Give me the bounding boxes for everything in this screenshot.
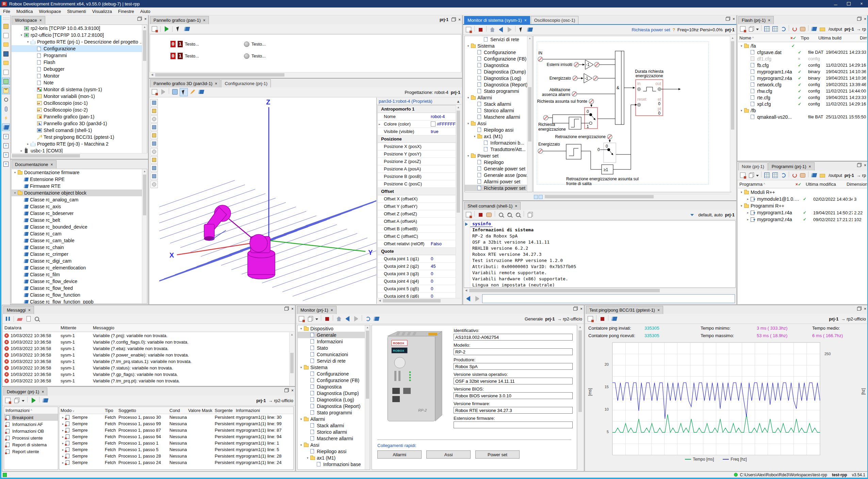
file-row[interactable]: rhw.cfg ✓ config 11/02/2021 14:44:00 [738, 88, 867, 94]
tab-pan1[interactable]: Pannello grafico (pan-1) × [150, 16, 209, 24]
close-icon[interactable]: × [331, 309, 333, 312]
tree-item[interactable]: Trasduttore/Att... [465, 146, 532, 152]
sep[interactable] [27, 397, 28, 402]
expander-icon[interactable]: ▸ [61, 416, 65, 419]
property-row[interactable]: Offset X (offsetX) [378, 195, 456, 203]
tree-item[interactable]: Classe rc_chain [12, 244, 147, 251]
col-sync[interactable]: ×✓ [794, 182, 804, 187]
debug-view-item[interactable]: Processi utente [4, 434, 58, 441]
output-folder-icon[interactable] [819, 171, 826, 179]
fwd-icon[interactable] [352, 315, 360, 323]
tree-item[interactable]: Classe rc_flow_function [12, 292, 147, 298]
tree-item[interactable]: Monitor [12, 72, 147, 79]
tab-programmi[interactable]: Programmi (prj-1) × [768, 162, 815, 170]
shell-console[interactable]: sysinfoInformazioni di sistemaRP-2 da Ro… [464, 220, 736, 288]
col-nome[interactable]: Nome [738, 35, 789, 40]
tree-item[interactable]: ▾ Sistema [465, 43, 532, 49]
tree-item[interactable]: Informazioni b... [465, 139, 532, 146]
sep[interactable] [808, 25, 808, 31]
tree-item[interactable]: Configurazione [12, 45, 147, 52]
property-value[interactable]: Falso [431, 241, 442, 246]
horizontal-scrollbar[interactable]: ◀ [377, 298, 461, 303]
property-row[interactable]: Offset A (offsetA) [378, 218, 456, 225]
layers-icon[interactable] [2, 151, 10, 159]
property-value[interactable]: #FFFFFF [437, 121, 456, 127]
expander-icon[interactable]: ▾ [26, 40, 30, 44]
expander-icon[interactable]: ▾ [739, 109, 744, 112]
tree-item[interactable]: ▾ Assi [298, 442, 370, 448]
col-mask[interactable]: Mask [200, 408, 213, 413]
float-panel-icon[interactable] [137, 17, 141, 21]
debug-view-item[interactable]: Informazioni AF [4, 421, 58, 428]
close-icon[interactable]: × [203, 19, 206, 22]
col-ultima-modifica[interactable]: Ultima modifica [804, 182, 845, 187]
hand-icon[interactable] [799, 171, 806, 179]
tree-item[interactable]: Configurazione [465, 49, 532, 55]
book-icon[interactable] [610, 315, 618, 323]
file-row[interactable]: cfgsave.dat ✓ file DAT 19/04/2021 14:23:… [738, 49, 867, 55]
property-value[interactable]: robot-4 [431, 114, 445, 119]
col-dimensione[interactable]: Dimensione [845, 182, 867, 187]
breakpoint-row[interactable]: ▸ Sempre Fetch Processo 1, passo 30 Ness… [59, 414, 293, 420]
zoom-icon[interactable] [33, 315, 40, 323]
tree-item[interactable]: Classe rc_axis [12, 203, 147, 210]
close-panel-icon[interactable]: × [733, 17, 735, 21]
property-row[interactable]: Quota joint 6 (qj6) 0 [378, 293, 456, 298]
tree-item[interactable]: Classe rc_flow_feed [12, 285, 147, 292]
tree-item[interactable]: Informazioni base [298, 461, 370, 467]
col-sync[interactable]: ×✓ [789, 35, 799, 40]
expander-icon[interactable]: ▾ [299, 417, 304, 421]
pan-icon[interactable] [150, 107, 158, 115]
property-row[interactable]: Quota joint 3 (qj3) 0 [378, 270, 456, 278]
message-row[interactable]: 10/03/2022 10:36:58 sysm-1 Variabile (?.… [3, 345, 290, 352]
tree-item[interactable]: Flash [12, 59, 147, 66]
float-panel-icon[interactable] [726, 17, 730, 21]
expander-icon[interactable]: ▸ [61, 455, 65, 458]
mail-icon[interactable] [2, 87, 10, 94]
sep[interactable] [524, 211, 524, 217]
breakpoint-row[interactable]: ▸ Sempre Fetch Processo 1, passo 94 Ness… [59, 433, 293, 440]
sync-icon[interactable] [780, 25, 787, 33]
tree-item[interactable]: Configurazione [298, 370, 370, 377]
sep[interactable] [474, 26, 475, 32]
message-row[interactable]: 10/03/2022 10:36:58 sysm-1 Variabile (?.… [3, 378, 290, 384]
book-icon[interactable] [526, 26, 534, 33]
book-icon[interactable] [373, 315, 380, 323]
tree-item[interactable]: Generale asse (pow... [465, 172, 532, 178]
connect-icon[interactable] [2, 78, 10, 85]
tree-item[interactable]: Informazioni [298, 338, 370, 345]
tree-item[interactable]: ▸ Progetto RTE (prj-3) - Macchina 2 [12, 141, 147, 147]
play-gray-icon[interactable] [159, 88, 167, 96]
program-row[interactable]: ▾ Programmi R++ [738, 202, 867, 209]
sep[interactable] [333, 315, 333, 321]
tree-item[interactable]: Shell comandi (shell-1) [12, 127, 147, 134]
tree-item[interactable]: ▾ ax1 (M1) [465, 133, 532, 139]
sep[interactable] [761, 171, 761, 177]
device-field-input[interactable] [454, 334, 573, 341]
close-panel-icon[interactable]: × [458, 18, 461, 21]
tree-item[interactable]: ▾ ax1 (M1) [298, 455, 370, 461]
sep[interactable] [515, 26, 515, 32]
breakpoint-row[interactable]: ▸ Sempre Fetch Processo 1, passo 24 Ness… [59, 459, 293, 466]
sep[interactable] [321, 315, 321, 321]
dd-icon[interactable] [755, 25, 759, 33]
tree-item[interactable]: Classe rc_cam_table [12, 237, 147, 244]
expander-icon[interactable]: ▾ [299, 366, 304, 369]
tree-item[interactable]: Pannello grafico (pan-1) [12, 113, 147, 120]
tab-debugger[interactable]: Debugger (prj-1) × [3, 387, 47, 396]
tree-item[interactable]: Programmi [12, 52, 147, 59]
horizontal-scrollbar[interactable] [11, 153, 147, 158]
tree-item[interactable]: Oscilloscopio (osc-2) [12, 106, 147, 113]
form-icon[interactable] [465, 211, 472, 218]
window-new-icon[interactable] [2, 142, 10, 149]
tree-item[interactable]: Configurazione (FB) [465, 55, 532, 62]
col-cond[interactable]: Cond [168, 408, 187, 413]
expander-icon[interactable]: ▸ [61, 448, 65, 451]
Allarmi[interactable]: Allarmi [377, 450, 422, 459]
back-icon[interactable] [497, 26, 505, 33]
file-row[interactable]: myprogram1.r4a ✓ binary 19/04/2021 14:10… [738, 68, 867, 75]
float-panel-icon[interactable] [857, 307, 861, 311]
close-panel-icon[interactable]: × [291, 307, 294, 311]
play-icon[interactable] [30, 397, 37, 404]
expander-icon[interactable]: ▾ [466, 122, 471, 125]
